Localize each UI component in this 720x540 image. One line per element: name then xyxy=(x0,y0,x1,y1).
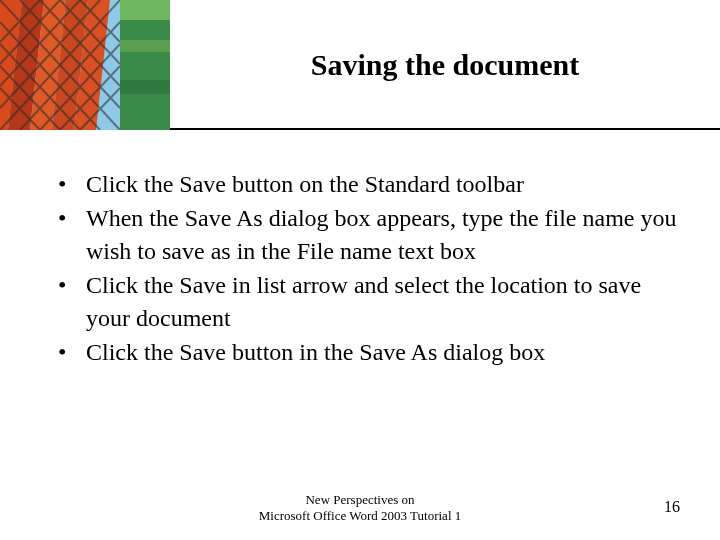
list-item: Click the Save in list arrow and select … xyxy=(58,269,690,334)
decorative-image xyxy=(0,0,170,130)
bullet-list: Click the Save button on the Standard to… xyxy=(58,168,690,368)
svg-rect-26 xyxy=(120,0,170,20)
page-number: 16 xyxy=(664,498,680,516)
svg-rect-27 xyxy=(120,40,170,52)
slide-footer: New Perspectives on Microsoft Office Wor… xyxy=(0,492,720,525)
list-item: Click the Save button on the Standard to… xyxy=(58,168,690,200)
footer-line-2: Microsoft Office Word 2003 Tutorial 1 xyxy=(0,508,720,524)
slide-header: Saving the document xyxy=(0,0,720,130)
slide-title: Saving the document xyxy=(190,48,700,82)
list-item: Click the Save button in the Save As dia… xyxy=(58,336,690,368)
footer-line-1: New Perspectives on xyxy=(0,492,720,508)
slide-content: Click the Save button on the Standard to… xyxy=(0,130,720,368)
svg-rect-28 xyxy=(120,80,170,94)
list-item: When the Save As dialog box appears, typ… xyxy=(58,202,690,267)
